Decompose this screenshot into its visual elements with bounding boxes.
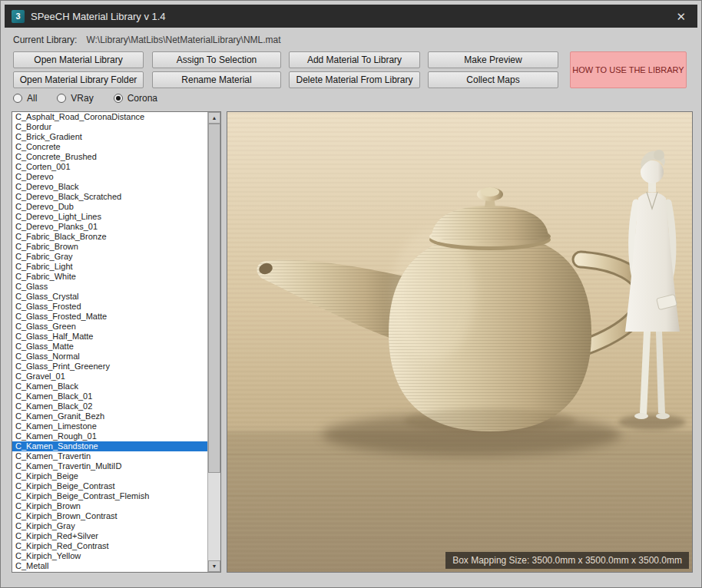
current-library-path: W:\Library\MatLibs\NetMaterialLibrary\NM… xyxy=(86,35,280,45)
make-preview-button[interactable]: Make Preview xyxy=(428,51,558,68)
list-item[interactable]: C_Fabric_Black_Bronze xyxy=(12,232,207,242)
how-to-use-library-button[interactable]: HOW TO USE THE LIBRARY xyxy=(570,51,687,88)
list-item[interactable]: C_Glass_Print_Greenery xyxy=(12,362,207,372)
list-item[interactable]: C_Kamen_Black_01 xyxy=(12,391,207,401)
list-item[interactable]: C_Glass xyxy=(12,282,207,292)
radio-all-label: All xyxy=(27,93,37,104)
list-item[interactable]: C_Kirpich_Brown_Contrast xyxy=(12,511,207,521)
list-item[interactable]: C_Kirpich_Red+Silver xyxy=(12,531,207,541)
radio-vray-label: VRay xyxy=(71,93,93,104)
scroll-up-icon[interactable]: ▲ xyxy=(208,112,220,124)
list-item[interactable]: C_Kirpich_Beige_Contrast_Flemish xyxy=(12,491,207,501)
list-item[interactable]: C_Kamen_Black_02 xyxy=(12,401,207,411)
list-item[interactable]: C_Kirpich_Beige_Contrast xyxy=(12,481,207,491)
window-title: SPeeCH Material Library v 1.4 xyxy=(31,11,166,22)
delete-material-from-library-button[interactable]: Delete Material From Library xyxy=(289,71,420,88)
speech-material-library-window: 3 SPeeCH Material Library v 1.4 ✕ Curren… xyxy=(0,0,702,588)
material-list: C_Asphalt_Road_CoronaDistanceC_BordurC_B… xyxy=(12,111,221,573)
list-item[interactable]: C_Fabric_Gray xyxy=(12,252,207,262)
radio-vray-icon xyxy=(57,94,66,103)
list-item[interactable]: C_Kamen_Travertin xyxy=(12,451,207,461)
list-item[interactable]: C_Kamen_Travertin_MultiID xyxy=(12,461,207,471)
radio-vray[interactable]: VRay xyxy=(57,93,93,104)
list-item[interactable]: C_Glass_Frosted_Matte xyxy=(12,312,207,322)
radio-corona[interactable]: Corona xyxy=(114,93,157,104)
app-icon: 3 xyxy=(12,10,25,23)
list-item[interactable]: C_Kamen_Sandstone xyxy=(12,441,207,451)
material-list-items: C_Asphalt_Road_CoronaDistanceC_BordurC_B… xyxy=(12,112,207,572)
list-item[interactable]: C_Fabric_White xyxy=(12,272,207,282)
radio-corona-icon xyxy=(114,94,123,103)
list-item[interactable]: C_Corten_001 xyxy=(12,162,207,172)
list-item[interactable]: C_Brick_Gradient xyxy=(12,132,207,142)
current-library-row: Current Library: W:\Library\MatLibs\NetM… xyxy=(13,33,281,47)
list-item[interactable]: C_Derevo xyxy=(12,172,207,182)
list-item[interactable]: C_Glass_Crystal xyxy=(12,292,207,302)
open-material-library-button[interactable]: Open Material Library xyxy=(13,51,144,68)
list-item[interactable]: C_Metall xyxy=(12,561,207,571)
list-item[interactable]: C_Derevo_Black_Scratched xyxy=(12,192,207,202)
list-item[interactable]: C_Kirpich_Gray xyxy=(12,521,207,531)
list-item[interactable]: C_Fabric_Light xyxy=(12,262,207,272)
list-item[interactable]: C_Kamen_Black xyxy=(12,382,207,391)
scrollbar-thumb[interactable] xyxy=(208,124,220,473)
list-item[interactable]: C_Kamen_Limestone xyxy=(12,421,207,431)
list-item[interactable]: C_Glass_Matte xyxy=(12,342,207,352)
list-item[interactable]: C_Kirpich_Beige xyxy=(12,471,207,481)
scroll-down-icon[interactable]: ▼ xyxy=(208,560,220,572)
current-library-label: Current Library: xyxy=(13,35,77,45)
list-item[interactable]: C_Asphalt_Road_CoronaDistance xyxy=(12,112,207,122)
list-item[interactable]: C_Concrete_Brushed xyxy=(12,152,207,162)
list-item[interactable]: C_Derevo_Light_Lines xyxy=(12,212,207,222)
rename-material-button[interactable]: Rename Material xyxy=(152,71,281,88)
box-mapping-overlay: Box Mapping Size: 3500.0mm x 3500.0mm x … xyxy=(445,552,689,569)
list-item[interactable]: C_Kamen_Granit_Bezh xyxy=(12,411,207,421)
list-item[interactable]: C_Concrete xyxy=(12,142,207,152)
teapot-render-image xyxy=(227,112,692,572)
list-item[interactable]: C_Glass_Half_Matte xyxy=(12,332,207,342)
radio-all[interactable]: All xyxy=(13,93,37,104)
list-item[interactable]: C_Kirpich_Yellow xyxy=(12,551,207,561)
material-list-scrollbar[interactable]: ▲ ▼ xyxy=(207,112,220,572)
radio-all-icon xyxy=(13,94,22,103)
title-bar: 3 SPeeCH Material Library v 1.4 ✕ xyxy=(5,5,697,28)
open-material-library-folder-button[interactable]: Open Material Library Folder xyxy=(13,71,144,88)
list-item[interactable]: C_Fabric_Brown xyxy=(12,242,207,252)
list-item[interactable]: C_Derevo_Black xyxy=(12,182,207,192)
list-item[interactable]: C_Glass_Normal xyxy=(12,352,207,362)
list-item[interactable]: C_Bordur xyxy=(12,122,207,132)
radio-corona-label: Corona xyxy=(127,93,157,104)
list-item[interactable]: C_Kamen_Rough_01 xyxy=(12,431,207,441)
list-item[interactable]: C_Kirpich_Brown xyxy=(12,501,207,511)
material-preview-render: Box Mapping Size: 3500.0mm x 3500.0mm x … xyxy=(227,111,693,573)
assign-to-selection-button[interactable]: Assign To Selection xyxy=(152,51,281,68)
list-item[interactable]: C_Gravel_01 xyxy=(12,372,207,382)
collect-maps-button[interactable]: Collect Maps xyxy=(428,71,558,88)
add-material-to-library-button[interactable]: Add Material To Library xyxy=(289,51,420,68)
list-item[interactable]: C_Glass_Green xyxy=(12,322,207,332)
list-item[interactable]: C_Derevo_Dub xyxy=(12,202,207,212)
list-item[interactable]: C_Kirpich_Red_Contrast xyxy=(12,541,207,551)
list-item[interactable]: C_Glass_Frosted xyxy=(12,302,207,312)
close-icon[interactable]: ✕ xyxy=(671,9,690,24)
list-item[interactable]: C_Derevo_Planks_01 xyxy=(12,222,207,232)
renderer-filter-group: All VRay Corona xyxy=(13,92,157,104)
